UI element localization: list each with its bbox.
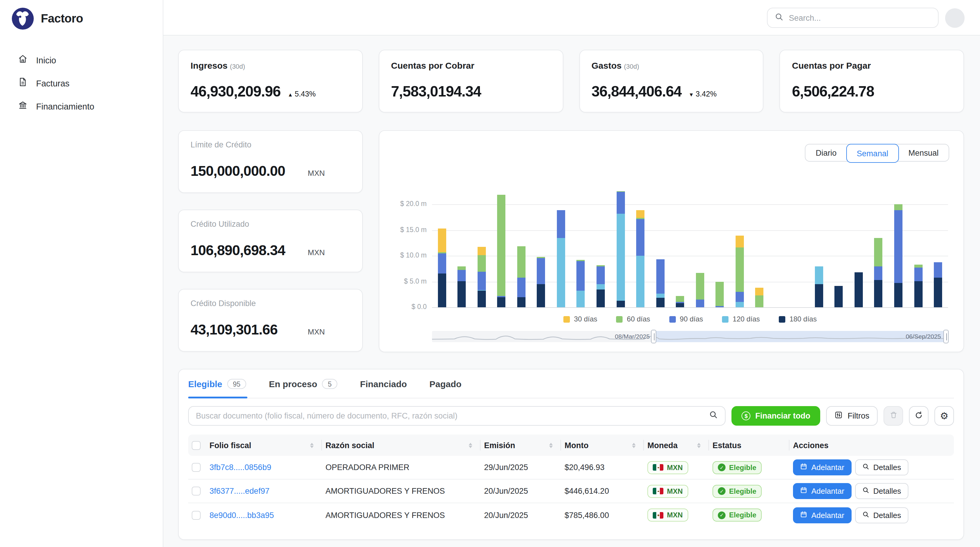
bar-segment-180-días [438,273,446,307]
stacked-bar[interactable] [716,282,724,307]
sidebar-item-inicio[interactable]: Inicio [0,49,163,72]
delete-button[interactable] [883,406,903,426]
bar-segment-90-días [597,266,605,284]
global-search[interactable] [767,8,939,28]
bar-segment-90-días [696,300,704,307]
bar-segment-90-días [616,192,625,214]
global-search-input[interactable] [789,13,931,22]
mexico-flag-icon [653,512,663,518]
document-search-input[interactable] [196,411,709,420]
currency-badge: MXN [648,461,688,474]
stacked-bar[interactable] [914,265,922,307]
stacked-bar[interactable] [696,273,704,307]
row-checkbox[interactable] [192,486,200,496]
column-header-monto[interactable]: Monto [561,435,644,456]
stacked-bar[interactable] [636,210,644,307]
stacked-bar[interactable] [497,195,506,307]
invoices-card: Elegible95 En proceso5 Financiado Pagado [178,369,964,540]
sort-icon[interactable] [549,443,553,448]
navigator-right-handle[interactable] [943,330,949,343]
bar-slot [849,189,869,307]
finance-all-button[interactable]: $ Financiar todo [732,406,820,426]
tab-en-proceso[interactable]: En proceso5 [269,379,337,399]
stacked-bar[interactable] [835,286,843,307]
folio-link[interactable]: 3fb7c8.....0856b9 [210,463,271,472]
range-navigator[interactable]: 08/Mar/2025 06/Sep/2025 [432,331,948,342]
legend-item[interactable]: 60 días [616,315,651,323]
tabs-divider [188,398,954,399]
stacked-bar[interactable] [756,288,764,307]
sort-icon[interactable] [632,443,636,448]
stacked-bar[interactable] [894,204,902,307]
stacked-bar[interactable] [676,296,684,307]
bar-segment-60-días [874,238,883,266]
filters-button[interactable]: Filtros [826,406,878,426]
stacked-bar[interactable] [656,259,664,307]
bar-segment-90-días [656,259,664,293]
stacked-bar[interactable] [854,272,863,307]
gridline [432,307,948,308]
tab-elegible[interactable]: Elegible95 [188,379,247,399]
gear-icon: ⚙ [940,411,949,421]
bar-segment-120-días [616,214,625,301]
credit-label: Crédito Utilizado [191,220,350,228]
column-header-emision[interactable]: Emisión [480,435,561,456]
stacked-bar[interactable] [874,238,883,307]
row-checkbox[interactable] [192,510,200,520]
legend-swatch-icon [779,316,785,322]
stacked-bar[interactable] [815,266,823,307]
sidebar-item-facturas[interactable]: Facturas [0,72,163,95]
period-semanal-button[interactable]: Semanal [846,144,899,163]
table-row: 3f6377.....edef97 AMORTIGUADORES Y FRENO… [188,480,954,503]
sidebar-item-financiamiento[interactable]: Financiamiento [0,95,163,118]
advance-button[interactable]: Adelantar [793,507,851,523]
period-mensual-button[interactable]: Mensual [898,144,949,161]
legend-item[interactable]: 120 días [722,315,760,323]
user-avatar[interactable] [945,8,965,28]
details-button[interactable]: Detalles [855,459,908,475]
sort-icon[interactable] [697,443,701,448]
kpi-row: Ingresos(30d) 46,930,209.96 ▲5.43% Cuent… [178,50,964,112]
stacked-bar[interactable] [577,260,585,307]
advance-button[interactable]: Adelantar [793,483,851,499]
bar-segment-180-días [894,283,902,307]
folio-link[interactable]: 8e90d0.....bb3a95 [210,510,274,520]
sidebar-item-label: Financiamiento [36,102,94,111]
details-button[interactable]: Detalles [855,483,908,499]
period-diario-button[interactable]: Diario [806,144,847,161]
tab-financiado[interactable]: Financiado [360,379,407,399]
stacked-bar[interactable] [597,265,605,307]
stacked-bar[interactable] [458,266,466,307]
stacked-bar[interactable] [934,262,942,307]
stacked-bars [432,189,948,307]
details-button[interactable]: Detalles [855,507,908,523]
column-header-razon[interactable]: Razón social [322,435,480,456]
settings-button[interactable]: ⚙ [934,406,954,426]
legend-item[interactable]: 180 días [779,315,817,323]
folio-link[interactable]: 3f6377.....edef97 [210,486,270,496]
stacked-bar[interactable] [477,247,486,307]
row-checkbox[interactable] [192,463,200,472]
stacked-bar[interactable] [735,236,744,307]
stacked-bar[interactable] [438,228,446,307]
refresh-button[interactable] [909,406,929,426]
select-all-checkbox[interactable] [192,441,200,450]
tab-pagado[interactable]: Pagado [430,379,461,399]
legend-item[interactable]: 30 días [563,315,597,323]
sort-icon[interactable] [310,443,313,448]
stacked-bar[interactable] [557,210,565,307]
stacked-bar[interactable] [537,257,545,307]
stacked-bar[interactable] [517,246,525,307]
bar-segment-180-días [537,284,545,307]
sort-icon[interactable] [469,443,472,448]
stacked-bar[interactable] [616,191,625,307]
check-circle-icon: ✓ [718,487,725,495]
legend-item[interactable]: 90 días [669,315,703,323]
company-name: OPERADORA PRIMER [322,463,480,472]
column-header-acciones: Acciones [789,435,954,456]
column-header-moneda[interactable]: Moneda [644,435,709,456]
advance-button[interactable]: Adelantar [793,459,851,475]
column-header-folio[interactable]: Folio fiscal [206,435,322,456]
navigator-left-handle[interactable] [651,330,656,343]
document-search[interactable] [188,406,725,426]
